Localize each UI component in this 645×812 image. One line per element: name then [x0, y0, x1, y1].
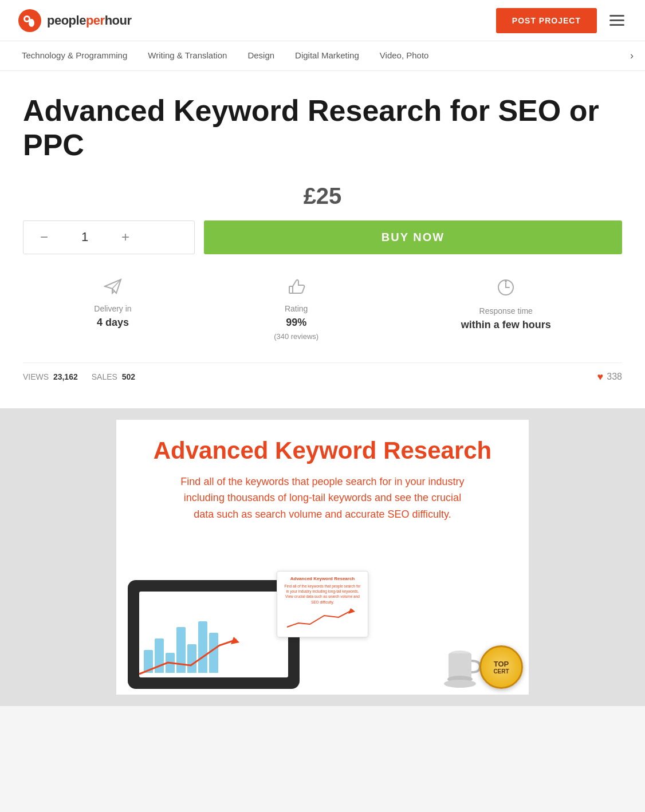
price-section: £25 [23, 183, 622, 209]
promo-title: Advanced Keyword Research [154, 437, 492, 464]
buy-now-button[interactable]: BUY NOW [204, 220, 622, 254]
svg-point-3 [29, 19, 34, 27]
response-label: Response time [479, 306, 533, 316]
svg-marker-8 [348, 608, 355, 614]
sales-value: 502 [122, 372, 135, 381]
delivery-value: 4 days [97, 317, 129, 329]
views-value: 23,162 [53, 372, 78, 381]
hamburger-line-1 [609, 15, 624, 17]
stats-row: Delivery in 4 days Rating 99% (340 revie… [23, 273, 622, 346]
response-value: within a few hours [461, 319, 551, 331]
nav-more-icon[interactable]: › [630, 50, 634, 62]
tablet-screen [139, 592, 288, 677]
stat-delivery: Delivery in 4 days [94, 278, 131, 341]
nav-item-video[interactable]: Video, Photo [369, 41, 439, 71]
hamburger-button[interactable] [606, 11, 628, 29]
nav-item-design[interactable]: Design [237, 41, 285, 71]
thumbs-up-icon [287, 278, 305, 298]
svg-point-6 [505, 280, 507, 282]
rating-reviews: (340 reviews) [274, 332, 318, 341]
views-label: VIEWS [23, 372, 49, 381]
cert-bottom-text: CERT [493, 668, 509, 675]
sales-metric: SALES 502 [92, 372, 135, 381]
quantity-value: 1 [76, 230, 93, 245]
svg-rect-10 [449, 653, 471, 679]
trend-arrow-svg [139, 634, 248, 677]
hamburger-line-3 [609, 24, 624, 26]
cert-top-text: TOP [494, 660, 509, 668]
quantity-control: − 1 + [23, 220, 195, 254]
logo-text: peopleperhour [47, 13, 132, 28]
header-actions: POST PROJECT [496, 8, 628, 33]
clock-icon [497, 278, 515, 301]
header: peopleperhour POST PROJECT [0, 0, 645, 41]
nav-item-tech[interactable]: Technology & Programming [11, 41, 137, 71]
svg-point-12 [444, 680, 476, 688]
svg-rect-4 [289, 286, 293, 293]
tablet-illustration [128, 580, 300, 689]
small-card-text: Find all of the keywords that people sea… [284, 584, 361, 604]
purchase-row: − 1 + BUY NOW [23, 220, 622, 254]
hamburger-line-2 [609, 19, 624, 21]
category-nav: Technology & Programming Writing & Trans… [0, 41, 645, 71]
nav-item-digital[interactable]: Digital Marketing [285, 41, 369, 71]
small-card-chart [284, 607, 359, 630]
stat-response: Response time within a few hours [461, 278, 551, 341]
rating-value: 99% [286, 317, 306, 329]
likes-value: 338 [607, 372, 622, 382]
sales-label: SALES [92, 372, 117, 381]
metrics-left: VIEWS 23,162 SALES 502 [23, 372, 135, 381]
svg-point-2 [25, 17, 29, 21]
promo-image-section: Advanced Keyword Research Find all of th… [0, 408, 645, 706]
metrics-right[interactable]: ♥ 338 [597, 371, 622, 383]
delivery-label: Delivery in [94, 304, 131, 313]
price: £25 [304, 183, 342, 208]
stat-rating: Rating 99% (340 reviews) [274, 278, 318, 341]
views-metric: VIEWS 23,162 [23, 372, 78, 381]
small-card-title: Advanced Keyword Research [284, 576, 361, 581]
logo[interactable]: peopleperhour [17, 8, 132, 33]
nav-item-writing[interactable]: Writing & Translation [137, 41, 237, 71]
promo-description: Find all of the keywords that people sea… [174, 474, 471, 523]
small-promo-card: Advanced Keyword Research Find all of th… [277, 571, 368, 637]
post-project-button[interactable]: POST PROJECT [496, 8, 597, 33]
paper-plane-icon [104, 278, 122, 298]
quantity-decrease-button[interactable]: − [35, 228, 53, 246]
quantity-increase-button[interactable]: + [116, 228, 135, 246]
cert-badge: TOP CERT [479, 645, 523, 689]
coffee-cup-svg [443, 647, 483, 692]
rating-label: Rating [285, 304, 308, 313]
logo-icon [17, 8, 42, 33]
main-content: Advanced Keyword Research for SEO or PPC… [0, 71, 645, 408]
service-title: Advanced Keyword Research for SEO or PPC [23, 94, 622, 163]
heart-icon: ♥ [597, 371, 604, 383]
coffee-cup-area [443, 647, 483, 695]
metrics-row: VIEWS 23,162 SALES 502 ♥ 338 [23, 362, 622, 391]
